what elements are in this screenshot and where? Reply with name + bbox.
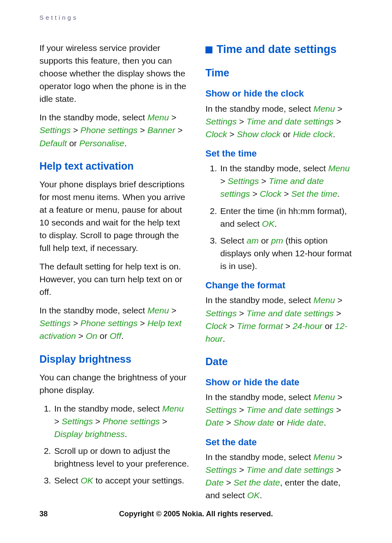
menu-path-item: Default bbox=[39, 138, 67, 148]
menu-path-item: On bbox=[86, 331, 97, 341]
page-footer: 38 Copyright © 2005 Nokia. All rights re… bbox=[0, 510, 392, 518]
sep: > bbox=[259, 176, 269, 186]
text: In the standby mode, select bbox=[39, 306, 148, 315]
sep: > bbox=[76, 331, 86, 341]
menu-path-item: Clock bbox=[205, 321, 227, 331]
menu-path-item: Settings bbox=[205, 465, 237, 474]
menu-path-item: Settings bbox=[39, 318, 71, 328]
heading-time-and-date-settings: Time and date settings bbox=[205, 41, 355, 58]
menu-path-item: Hide clock bbox=[293, 129, 333, 139]
page-number: 38 bbox=[39, 510, 48, 518]
menu-path-item: Settings bbox=[205, 308, 237, 318]
period: . bbox=[223, 334, 225, 343]
sep: > bbox=[93, 416, 103, 426]
sep: > bbox=[335, 392, 342, 402]
menu-path-item: Hide date bbox=[287, 418, 324, 427]
menu-path-item: Display brightness bbox=[54, 429, 125, 439]
list-item: In the standby mode, select Menu > Setti… bbox=[219, 162, 355, 200]
menu-path-item: Settings bbox=[205, 117, 237, 126]
menu-path-item: Settings bbox=[205, 405, 237, 414]
heading-text: Time and date settings bbox=[217, 41, 337, 58]
brightness-para: You can change the brightness of your ph… bbox=[39, 371, 189, 396]
menu-path-item: Phone settings bbox=[103, 416, 160, 426]
text: to accept your settings. bbox=[93, 476, 184, 485]
menu-path-item: Menu bbox=[314, 295, 335, 305]
sep: > bbox=[281, 189, 291, 198]
text: Select bbox=[54, 476, 81, 485]
menu-path-item: Date bbox=[205, 418, 224, 427]
text: Enter the time (in hh:mm format), and se… bbox=[220, 206, 347, 228]
heading-show-hide-clock: Show or hide the clock bbox=[205, 87, 355, 101]
manual-page: Settings If your wireless service provid… bbox=[0, 0, 392, 543]
menu-path-item: 24-hour bbox=[293, 321, 322, 331]
menu-path-item: Settings bbox=[39, 125, 71, 135]
text: Select bbox=[220, 236, 247, 245]
menu-path-item: Settings bbox=[228, 176, 259, 186]
text: In the standby mode, select bbox=[39, 113, 148, 122]
sep: > bbox=[283, 321, 293, 331]
period: . bbox=[333, 129, 335, 139]
sep: > bbox=[71, 125, 81, 135]
menu-path-item: Menu bbox=[148, 306, 169, 315]
sep: > bbox=[334, 465, 341, 474]
menu-path-item: Show clock bbox=[237, 129, 280, 139]
period: . bbox=[125, 138, 127, 148]
sep: > bbox=[175, 125, 182, 135]
square-bullet-icon bbox=[205, 46, 212, 53]
copyright-text: Copyright © 2005 Nokia. All rights reser… bbox=[0, 510, 392, 518]
heading-set-the-date: Set the date bbox=[205, 436, 355, 449]
sep: > bbox=[160, 416, 167, 426]
menu-path-item: Menu bbox=[148, 113, 169, 122]
sep: > bbox=[169, 306, 176, 315]
sep: > bbox=[54, 416, 62, 426]
sep: > bbox=[227, 321, 237, 331]
sep: > bbox=[227, 129, 237, 139]
help-path: In the standby mode, select Menu > Setti… bbox=[39, 304, 189, 342]
period: . bbox=[337, 189, 340, 198]
menu-path-item: Off bbox=[110, 331, 121, 341]
menu-path-item: Clock bbox=[260, 189, 281, 198]
or: or bbox=[274, 418, 287, 427]
menu-path-item: Menu bbox=[314, 392, 335, 402]
set-date-path: In the standby mode, select Menu > Setti… bbox=[205, 451, 355, 502]
menu-path-item: Phone settings bbox=[81, 318, 138, 328]
list-item: Enter the time (in hh:mm format), and se… bbox=[219, 205, 355, 230]
text: In the standby mode, select bbox=[220, 163, 328, 173]
sep: > bbox=[220, 176, 228, 186]
or: or bbox=[281, 129, 293, 139]
heading-help-text-activation: Help text activation bbox=[39, 159, 189, 174]
list-item: In the standby mode, select Menu > Setti… bbox=[53, 402, 189, 440]
menu-path-item: Clock bbox=[205, 129, 227, 139]
sep: > bbox=[335, 104, 342, 113]
sep: > bbox=[335, 452, 342, 462]
sep: > bbox=[224, 418, 233, 427]
menu-path-item: Time and date settings bbox=[247, 465, 334, 474]
menu-path-item: Time and date settings bbox=[247, 405, 334, 414]
menu-path-item: OK bbox=[81, 476, 93, 485]
text: In the standby mode, select bbox=[54, 404, 162, 413]
two-column-layout: If your wireless service provider suppor… bbox=[39, 41, 355, 507]
menu-path-item: Personalise bbox=[79, 138, 125, 148]
sep: > bbox=[334, 117, 341, 126]
set-time-steps: In the standby mode, select Menu > Setti… bbox=[205, 162, 355, 272]
sep: > bbox=[138, 318, 148, 328]
menu-path-item: OK bbox=[262, 219, 274, 228]
menu-path-item: Show date bbox=[233, 418, 274, 427]
or: or bbox=[258, 236, 271, 245]
period: . bbox=[121, 331, 124, 341]
menu-path-item: Phone settings bbox=[81, 125, 138, 135]
menu-path-item: Banner bbox=[148, 125, 175, 135]
menu-path-item: Set the date bbox=[233, 478, 280, 487]
sep: > bbox=[138, 125, 148, 135]
heading-time: Time bbox=[205, 65, 355, 81]
menu-path-item: Menu bbox=[162, 404, 184, 413]
menu-path-item: Menu bbox=[314, 452, 335, 462]
menu-path-item: Time format bbox=[237, 321, 283, 331]
heading-date: Date bbox=[205, 354, 355, 369]
help-para-1: Your phone displays brief descriptions f… bbox=[39, 178, 189, 254]
text: In the standby mode, select bbox=[205, 295, 314, 305]
format-path: In the standby mode, select Menu > Setti… bbox=[205, 294, 355, 345]
clock-path: In the standby mode, select Menu > Setti… bbox=[205, 102, 355, 140]
heading-set-the-time: Set the time bbox=[205, 147, 355, 161]
menu-path-item: Menu bbox=[328, 163, 350, 173]
